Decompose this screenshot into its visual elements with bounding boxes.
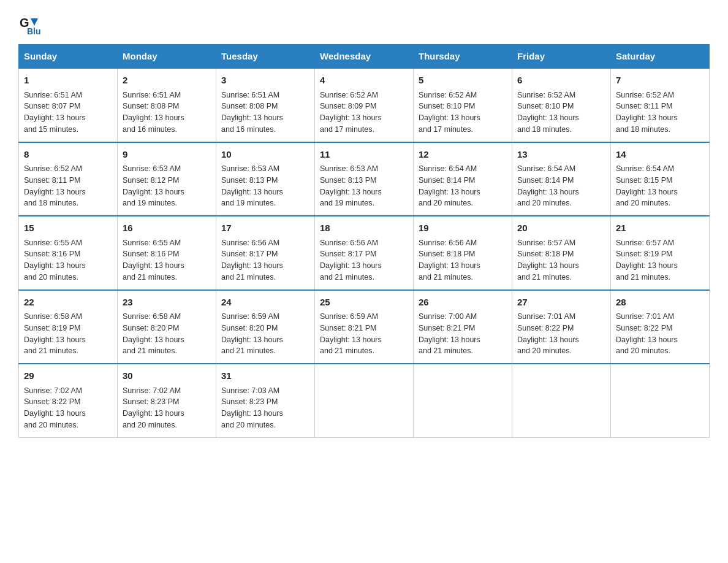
day-number: 26 bbox=[419, 296, 507, 310]
day-info: Sunrise: 6:54 AMSunset: 8:14 PMDaylight:… bbox=[517, 164, 579, 207]
calendar-day-cell: 9Sunrise: 6:53 AMSunset: 8:12 PMDaylight… bbox=[118, 142, 216, 216]
day-number: 14 bbox=[616, 148, 704, 162]
day-info: Sunrise: 7:01 AMSunset: 8:22 PMDaylight:… bbox=[517, 312, 579, 355]
calendar-day-cell: 18Sunrise: 6:56 AMSunset: 8:17 PMDayligh… bbox=[315, 216, 414, 290]
day-info: Sunrise: 6:54 AMSunset: 8:14 PMDaylight:… bbox=[419, 164, 480, 207]
calendar-table: SundayMondayTuesdayWednesdayThursdayFrid… bbox=[18, 44, 710, 438]
calendar-day-cell: 23Sunrise: 6:58 AMSunset: 8:20 PMDayligh… bbox=[118, 290, 216, 364]
day-number: 13 bbox=[517, 148, 605, 162]
calendar-day-cell: 24Sunrise: 6:59 AMSunset: 8:20 PMDayligh… bbox=[216, 290, 315, 364]
day-info: Sunrise: 6:51 AMSunset: 8:08 PMDaylight:… bbox=[221, 91, 283, 134]
calendar-day-cell: 26Sunrise: 7:00 AMSunset: 8:21 PMDayligh… bbox=[414, 290, 512, 364]
day-info: Sunrise: 6:59 AMSunset: 8:20 PMDaylight:… bbox=[221, 312, 283, 355]
day-info: Sunrise: 6:59 AMSunset: 8:21 PMDaylight:… bbox=[320, 312, 382, 355]
day-info: Sunrise: 6:52 AMSunset: 8:10 PMDaylight:… bbox=[517, 91, 579, 134]
day-number: 21 bbox=[616, 221, 704, 236]
calendar-day-cell: 8Sunrise: 6:52 AMSunset: 8:11 PMDaylight… bbox=[19, 142, 118, 216]
day-info: Sunrise: 6:56 AMSunset: 8:17 PMDaylight:… bbox=[221, 239, 283, 282]
calendar-week-row: 29Sunrise: 7:02 AMSunset: 8:22 PMDayligh… bbox=[19, 364, 710, 437]
calendar-header-row: SundayMondayTuesdayWednesdayThursdayFrid… bbox=[19, 45, 710, 69]
calendar-day-cell: 14Sunrise: 6:54 AMSunset: 8:15 PMDayligh… bbox=[611, 142, 710, 216]
day-number: 9 bbox=[123, 148, 211, 162]
calendar-day-cell: 17Sunrise: 6:56 AMSunset: 8:17 PMDayligh… bbox=[216, 216, 315, 290]
day-info: Sunrise: 6:58 AMSunset: 8:19 PMDaylight:… bbox=[24, 312, 86, 355]
day-number: 15 bbox=[24, 221, 112, 236]
day-info: Sunrise: 6:57 AMSunset: 8:19 PMDaylight:… bbox=[616, 239, 678, 282]
day-info: Sunrise: 6:56 AMSunset: 8:18 PMDaylight:… bbox=[419, 239, 480, 282]
calendar-day-cell: 27Sunrise: 7:01 AMSunset: 8:22 PMDayligh… bbox=[512, 290, 611, 364]
day-number: 12 bbox=[419, 148, 507, 162]
calendar-day-cell: 11Sunrise: 6:53 AMSunset: 8:13 PMDayligh… bbox=[315, 142, 414, 216]
calendar-day-cell: 29Sunrise: 7:02 AMSunset: 8:22 PMDayligh… bbox=[19, 364, 118, 437]
day-number: 24 bbox=[221, 296, 309, 310]
calendar-day-cell: 3Sunrise: 6:51 AMSunset: 8:08 PMDaylight… bbox=[216, 68, 315, 142]
calendar-day-cell: 10Sunrise: 6:53 AMSunset: 8:13 PMDayligh… bbox=[216, 142, 315, 216]
day-info: Sunrise: 6:54 AMSunset: 8:15 PMDaylight:… bbox=[616, 164, 678, 207]
calendar-day-cell: 5Sunrise: 6:52 AMSunset: 8:10 PMDaylight… bbox=[414, 68, 512, 142]
day-info: Sunrise: 7:02 AMSunset: 8:22 PMDaylight:… bbox=[24, 386, 86, 429]
day-number: 8 bbox=[24, 148, 112, 162]
day-number: 16 bbox=[123, 221, 211, 236]
calendar-day-cell: 20Sunrise: 6:57 AMSunset: 8:18 PMDayligh… bbox=[512, 216, 611, 290]
day-number: 29 bbox=[24, 369, 112, 383]
calendar-day-cell: 25Sunrise: 6:59 AMSunset: 8:21 PMDayligh… bbox=[315, 290, 414, 364]
day-info: Sunrise: 6:52 AMSunset: 8:11 PMDaylight:… bbox=[24, 164, 86, 207]
header-wednesday: Wednesday bbox=[315, 45, 414, 69]
day-number: 22 bbox=[24, 296, 112, 310]
calendar-day-cell: 6Sunrise: 6:52 AMSunset: 8:10 PMDaylight… bbox=[512, 68, 611, 142]
day-number: 27 bbox=[517, 296, 605, 310]
day-number: 10 bbox=[221, 148, 309, 162]
calendar-week-row: 1Sunrise: 6:51 AMSunset: 8:07 PMDaylight… bbox=[19, 68, 710, 142]
day-number: 2 bbox=[123, 74, 211, 88]
day-number: 4 bbox=[320, 74, 408, 88]
day-info: Sunrise: 7:03 AMSunset: 8:23 PMDaylight:… bbox=[221, 386, 283, 429]
header-sunday: Sunday bbox=[19, 45, 118, 69]
day-number: 5 bbox=[419, 74, 507, 88]
day-number: 18 bbox=[320, 221, 408, 236]
calendar-day-cell: 30Sunrise: 7:02 AMSunset: 8:23 PMDayligh… bbox=[118, 364, 216, 437]
day-info: Sunrise: 6:58 AMSunset: 8:20 PMDaylight:… bbox=[123, 312, 184, 355]
day-info: Sunrise: 7:02 AMSunset: 8:23 PMDaylight:… bbox=[123, 386, 184, 429]
calendar-week-row: 15Sunrise: 6:55 AMSunset: 8:16 PMDayligh… bbox=[19, 216, 710, 290]
calendar-day-cell: 28Sunrise: 7:01 AMSunset: 8:22 PMDayligh… bbox=[611, 290, 710, 364]
day-info: Sunrise: 7:01 AMSunset: 8:22 PMDaylight:… bbox=[616, 312, 678, 355]
calendar-day-cell: 7Sunrise: 6:52 AMSunset: 8:11 PMDaylight… bbox=[611, 68, 710, 142]
day-number: 17 bbox=[221, 221, 309, 236]
header-friday: Friday bbox=[512, 45, 611, 69]
day-info: Sunrise: 6:52 AMSunset: 8:10 PMDaylight:… bbox=[419, 91, 480, 134]
day-number: 25 bbox=[320, 296, 408, 310]
day-number: 23 bbox=[123, 296, 211, 310]
day-number: 7 bbox=[616, 74, 704, 88]
day-number: 11 bbox=[320, 148, 408, 162]
day-info: Sunrise: 6:53 AMSunset: 8:13 PMDaylight:… bbox=[320, 164, 382, 207]
day-number: 3 bbox=[221, 74, 309, 88]
day-info: Sunrise: 6:55 AMSunset: 8:16 PMDaylight:… bbox=[24, 239, 86, 282]
day-info: Sunrise: 6:53 AMSunset: 8:12 PMDaylight:… bbox=[123, 164, 184, 207]
day-number: 30 bbox=[123, 369, 211, 383]
logo: G Blue bbox=[18, 12, 48, 34]
day-info: Sunrise: 6:51 AMSunset: 8:07 PMDaylight:… bbox=[24, 91, 86, 134]
svg-text:Blue: Blue bbox=[27, 26, 40, 34]
day-number: 28 bbox=[616, 296, 704, 310]
calendar-day-cell: 31Sunrise: 7:03 AMSunset: 8:23 PMDayligh… bbox=[216, 364, 315, 437]
calendar-day-cell: 16Sunrise: 6:55 AMSunset: 8:16 PMDayligh… bbox=[118, 216, 216, 290]
day-info: Sunrise: 7:00 AMSunset: 8:21 PMDaylight:… bbox=[419, 312, 480, 355]
empty-cell bbox=[414, 364, 512, 437]
empty-cell bbox=[315, 364, 414, 437]
day-info: Sunrise: 6:53 AMSunset: 8:13 PMDaylight:… bbox=[221, 164, 283, 207]
day-number: 31 bbox=[221, 369, 309, 383]
calendar-day-cell: 19Sunrise: 6:56 AMSunset: 8:18 PMDayligh… bbox=[414, 216, 512, 290]
calendar-day-cell: 22Sunrise: 6:58 AMSunset: 8:19 PMDayligh… bbox=[19, 290, 118, 364]
svg-marker-1 bbox=[31, 18, 38, 26]
day-info: Sunrise: 6:52 AMSunset: 8:09 PMDaylight:… bbox=[320, 91, 382, 134]
logo-icon: G Blue bbox=[18, 12, 40, 34]
day-number: 20 bbox=[517, 221, 605, 236]
calendar-week-row: 8Sunrise: 6:52 AMSunset: 8:11 PMDaylight… bbox=[19, 142, 710, 216]
day-number: 1 bbox=[24, 74, 112, 88]
day-number: 6 bbox=[517, 74, 605, 88]
day-info: Sunrise: 6:56 AMSunset: 8:17 PMDaylight:… bbox=[320, 239, 382, 282]
empty-cell bbox=[611, 364, 710, 437]
calendar-day-cell: 12Sunrise: 6:54 AMSunset: 8:14 PMDayligh… bbox=[414, 142, 512, 216]
calendar-day-cell: 1Sunrise: 6:51 AMSunset: 8:07 PMDaylight… bbox=[19, 68, 118, 142]
day-number: 19 bbox=[419, 221, 507, 236]
